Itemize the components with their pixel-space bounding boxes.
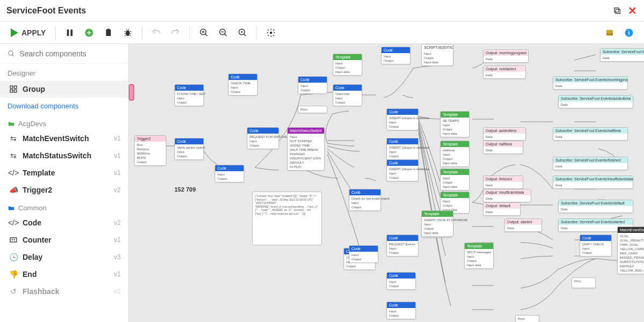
redo-icon[interactable] bbox=[169, 26, 182, 39]
folder-icon bbox=[8, 204, 15, 212]
node-tpl3[interactable]: Template HalftimeInputOutputInput data bbox=[440, 141, 470, 167]
canvas[interactable]: Trigger2 RunRandom30000ms85379Output Cod… bbox=[129, 44, 644, 322]
node-code1[interactable]: Code FOUND ONE / SETInputOutput bbox=[174, 84, 204, 106]
code-icon: </> bbox=[8, 218, 19, 227]
sidebar-item-matchstatusswitch[interactable]: ⇆MatchStatusSwitchv1 bbox=[0, 147, 128, 164]
node-sub-add[interactable]: Subscribe: ServiceFoot Events/addedtimeD… bbox=[558, 95, 633, 108]
node-tpl6[interactable]: Template INSERT ONCE IN DATABASEInputOut… bbox=[421, 210, 453, 237]
node-code16[interactable]: Code InputOutput bbox=[386, 272, 416, 290]
svg-point-12 bbox=[270, 31, 273, 34]
sidebar-item-group[interactable]: Group bbox=[0, 80, 128, 98]
sidebar-item-counter[interactable]: Counterv1 bbox=[0, 231, 128, 248]
node-sub-def[interactable]: Subscribe: ServiceFoot Events/defaultDat… bbox=[558, 200, 633, 213]
book-icon[interactable] bbox=[603, 26, 616, 39]
node-code-inpl[interactable]: Code InputOutput bbox=[349, 245, 378, 263]
node-code14[interactable]: Code REQUEST EventsInputOutput bbox=[386, 235, 419, 257]
download-link[interactable]: Download components bbox=[0, 98, 128, 114]
node-tpl2[interactable]: Template SE TEMPSInputOutputInput data bbox=[440, 111, 470, 137]
sidebar-item-delay[interactable]: 🕓Delayv3 bbox=[0, 248, 128, 266]
close-icon[interactable]: ✕ bbox=[627, 5, 638, 16]
node-out-started[interactable]: Output: startedData bbox=[504, 218, 542, 232]
node-code18[interactable]: Code UNIFY CHECKInputOutput bbox=[580, 235, 612, 257]
node-print3[interactable]: Print bbox=[515, 315, 539, 322]
folder-common[interactable]: Common bbox=[0, 199, 128, 214]
node-code9[interactable]: Code INSERT Unique in databaseInputOutpu… bbox=[386, 108, 419, 130]
svg-point-17 bbox=[9, 51, 13, 55]
node-code10[interactable]: Code INSERT Unique in databaseInputOutpu… bbox=[386, 138, 419, 160]
node-sub-ev[interactable]: Subscribe: ServiceFoot EventsData bbox=[600, 48, 644, 62]
node-pink-partial[interactable] bbox=[129, 84, 134, 100]
duplicate-icon[interactable] bbox=[612, 5, 623, 16]
node-code17[interactable]: Code InputOutput bbox=[386, 302, 416, 319]
node-trigger[interactable]: Trigger2 RunRandom30000ms85379Output bbox=[134, 135, 166, 166]
svg-rect-3 bbox=[71, 30, 73, 36]
node-print1[interactable]: Print bbox=[298, 106, 327, 113]
node-code3[interactable]: Code InputOutput bbox=[215, 165, 244, 182]
svg-rect-20 bbox=[10, 90, 13, 92]
add-button[interactable] bbox=[83, 26, 96, 39]
sidebar: Designer Group Download components AcgDe… bbox=[0, 44, 129, 322]
svg-point-11 bbox=[241, 31, 243, 33]
node-sub-half[interactable]: Subscribe: ServiceFoot Events/halftimeDa… bbox=[553, 127, 628, 141]
megaphone-icon: 📣 bbox=[8, 186, 19, 194]
node-out-halftime[interactable]: Output: halftimeData bbox=[483, 141, 523, 154]
svg-rect-0 bbox=[614, 8, 619, 12]
zoom-out-icon[interactable] bbox=[217, 26, 230, 39]
bug-icon[interactable] bbox=[121, 26, 134, 39]
node-code4[interactable]: Code REQUEST FOR MATCHSInputOutput bbox=[247, 127, 279, 149]
group-icon bbox=[8, 85, 19, 93]
node-mss[interactable]: MatchStatusSwitch InputNOT STARTEDADDED … bbox=[287, 127, 325, 171]
sidebar-item-trigger2[interactable]: 📣Trigger2v2 bbox=[0, 181, 128, 199]
titlebar: ServiceFoot Events ✕ bbox=[0, 0, 644, 21]
folder-acgdevs[interactable]: AcgDevs bbox=[0, 114, 128, 130]
play-icon bbox=[11, 28, 18, 37]
node-sub-fin[interactable]: Subscribe: ServiceFoot Events/finishedDa… bbox=[553, 157, 628, 170]
node-out-notstarted[interactable]: Output: notstartedData bbox=[483, 65, 526, 79]
search-row bbox=[0, 44, 128, 64]
node-tpl1[interactable]: Template InputOutputInput data bbox=[333, 54, 362, 76]
node-mes[interactable]: MatchEventSwitch GOALGOAL_PENALTYOWN_GOA… bbox=[617, 226, 644, 274]
settings-icon[interactable] bbox=[265, 26, 277, 39]
svg-rect-18 bbox=[10, 86, 13, 89]
svg-text:i: i bbox=[628, 29, 630, 35]
node-out-insuf[interactable]: Output: insufficientdataData bbox=[483, 189, 531, 202]
node-code7[interactable]: Code Client lineInputOutput bbox=[333, 84, 362, 106]
sidebar-item-matcheventswitch[interactable]: ⇆MatchEventSwitchv1 bbox=[0, 130, 128, 147]
node-code11[interactable]: Code Check for last event matchInputOutp… bbox=[349, 189, 381, 211]
node-code8[interactable]: Code InputOutput bbox=[381, 47, 411, 64]
node-tpl7[interactable]: Template SPLIT messagesInputOutputInput … bbox=[464, 243, 494, 269]
node-code6[interactable]: Code InputOutput bbox=[298, 76, 327, 94]
sidebar-item-code[interactable]: </>Codev2 bbox=[0, 214, 128, 231]
folder-icon bbox=[8, 120, 15, 128]
apply-button[interactable]: APPLY bbox=[5, 26, 51, 39]
sidebar-item-flash[interactable]: ↺Flashbackv2 bbox=[0, 283, 128, 300]
svg-rect-21 bbox=[14, 90, 17, 92]
toolbar: APPLY i bbox=[0, 21, 644, 44]
sidebar-item-template[interactable]: </>Templatev1 bbox=[0, 164, 128, 181]
node-code2[interactable]: Code Verify param switchInputOutput bbox=[174, 138, 204, 160]
search-icon bbox=[8, 49, 15, 58]
info-icon[interactable]: i bbox=[623, 26, 635, 39]
node-sub-mp[interactable]: Subscribe: ServiceFoot Events/morningpro… bbox=[553, 76, 628, 90]
node-out-morning[interactable]: Output: morningprogramData bbox=[483, 49, 529, 63]
pause-button[interactable] bbox=[63, 26, 76, 39]
node-code5[interactable]: Code CHECK TIMEInputOutput bbox=[228, 74, 258, 96]
svg-rect-2 bbox=[67, 30, 69, 36]
node-sub-insuf[interactable]: Subscribe: ServiceFoot Events/insufficie… bbox=[553, 175, 633, 189]
flash-icon: ↺ bbox=[8, 287, 19, 296]
print-output: {"success":true,"data":"enabled":[[]]", … bbox=[252, 192, 322, 245]
node-out-addedtime[interactable]: Output: addedtimeData bbox=[483, 127, 526, 141]
node-tpl-add[interactable]: SCRIPT/ADDITIONAL InputOutputInput data bbox=[421, 44, 453, 66]
clipboard-icon[interactable] bbox=[102, 26, 115, 39]
zoom-in-icon[interactable] bbox=[197, 26, 210, 39]
svg-rect-14 bbox=[606, 34, 613, 35]
node-code12[interactable]: Code INSERT Unique in databaseInputOutpu… bbox=[386, 159, 419, 181]
undo-icon[interactable] bbox=[150, 26, 163, 39]
zoom-fit-icon[interactable] bbox=[236, 26, 249, 39]
node-tpl4[interactable]: Template InputOutputInput data bbox=[440, 169, 470, 191]
node-out-finished[interactable]: Output: finishedData bbox=[483, 175, 523, 189]
search-input[interactable] bbox=[19, 49, 121, 58]
node-out-default[interactable]: Output: defaultData bbox=[483, 202, 521, 216]
sidebar-item-end[interactable]: 👎Endv1 bbox=[0, 266, 128, 283]
node-print2[interactable]: Print bbox=[572, 277, 596, 288]
